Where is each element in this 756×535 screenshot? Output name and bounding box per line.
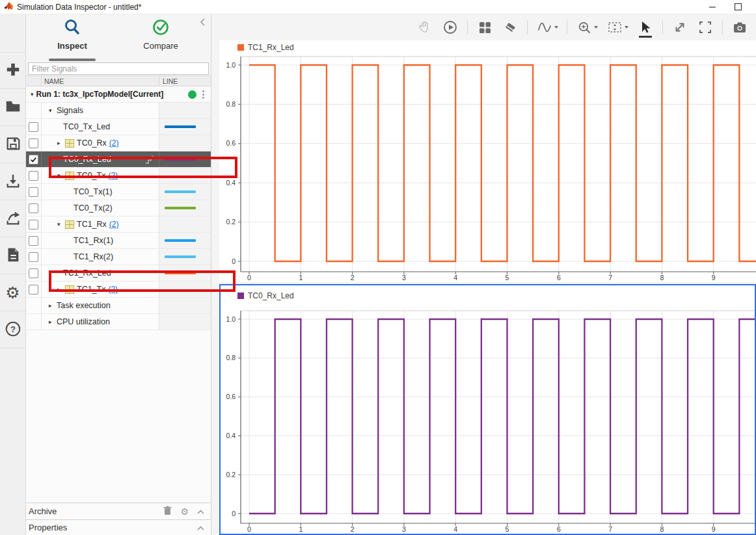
left-toolbar: ⚙ ?	[0, 14, 26, 535]
properties-section-header[interactable]: Properties	[26, 519, 211, 535]
tree-row[interactable]: ▸ Task execution	[26, 298, 211, 314]
import-button[interactable]	[0, 163, 25, 200]
help-button[interactable]: ?	[0, 311, 25, 348]
pointer-button[interactable]	[637, 19, 654, 36]
signal-checkbox[interactable]	[29, 187, 38, 197]
fit-to-view-button[interactable]	[606, 19, 628, 36]
report-button[interactable]	[0, 237, 25, 274]
expander-icon[interactable]: ▾	[57, 172, 65, 179]
archive-section-header[interactable]: Archive ⚙	[26, 502, 211, 519]
signal-checkbox[interactable]	[29, 155, 38, 164]
legend-label: TC1_Rx_Led	[248, 43, 294, 52]
open-button[interactable]	[0, 89, 25, 126]
replay-button[interactable]	[442, 19, 459, 36]
expander-icon[interactable]: ▾	[57, 221, 65, 228]
collapse-up-icon[interactable]	[197, 523, 204, 532]
window-title: Simulation Data Inspector - untitled*	[17, 3, 141, 12]
tree-row[interactable]: TC1_Rx(2)	[26, 249, 211, 265]
chevron-down-icon	[625, 26, 628, 29]
maximize-button[interactable]	[735, 3, 742, 10]
svg-text:6: 6	[557, 274, 561, 281]
subplot-1[interactable]: TC1_Rx_Led 00.20.40.60.81.00123456789	[219, 40, 756, 282]
filter-signals-input[interactable]	[28, 62, 209, 75]
signal-checkbox[interactable]	[29, 171, 38, 181]
mode-tabs: Inspect Compare	[26, 14, 211, 56]
svg-text:3: 3	[402, 274, 406, 281]
tree-row[interactable]: ▸ TC0_Rx (2)	[26, 135, 211, 151]
tree-row[interactable]: TC0_Tx(1)	[26, 184, 211, 200]
expand-diagonal-button[interactable]	[671, 19, 688, 36]
chevron-down-icon	[554, 26, 558, 29]
signal-label: CPU utilization	[57, 317, 110, 326]
expander-icon[interactable]: ▸	[57, 286, 65, 293]
add-button[interactable]	[0, 52, 25, 89]
tree-row[interactable]: TC0_Tx(2)	[26, 200, 211, 216]
check-circle-icon	[152, 18, 170, 38]
legend-swatch	[237, 44, 244, 51]
snapshot-camera-button[interactable]	[731, 19, 748, 36]
line-swatch	[165, 190, 196, 193]
signal-count-link[interactable]: (2)	[108, 285, 118, 294]
tab-compare-label: Compare	[143, 41, 178, 51]
tab-inspect[interactable]: Inspect	[30, 18, 115, 56]
settings-button[interactable]: ⚙	[0, 274, 25, 311]
signal-checkbox[interactable]	[29, 220, 38, 229]
export-icon	[5, 209, 21, 228]
tree-row[interactable]: ▸ TC1_Tx (2)	[26, 281, 211, 298]
expander-icon[interactable]: ▸	[49, 302, 57, 309]
signal-checkbox[interactable]	[29, 268, 38, 278]
line-swatch	[165, 207, 196, 209]
eraser-button[interactable]	[502, 19, 519, 36]
svg-text:0.4: 0.4	[226, 432, 236, 439]
signal-count-link[interactable]: (2)	[108, 171, 118, 180]
export-button[interactable]	[0, 200, 25, 237]
tree-row[interactable]: ▾ TC0_Tx (2)	[26, 168, 211, 184]
minimize-button[interactable]	[709, 3, 716, 10]
line-swatch	[165, 158, 196, 161]
matrix-signal-icon	[65, 220, 74, 229]
run-row[interactable]: ▾ Run 1: tc3x_IpcTopModel[Current]	[26, 86, 211, 103]
signal-checkbox[interactable]	[29, 122, 38, 132]
chevron-left-icon[interactable]	[200, 18, 206, 28]
signal-label: TC1_Rx(2)	[74, 252, 113, 261]
zoom-in-button[interactable]	[576, 19, 598, 36]
matrix-signal-icon	[65, 172, 74, 180]
gear-icon[interactable]: ⚙	[180, 507, 189, 516]
expander-icon[interactable]: ▾	[31, 91, 34, 98]
signal-wave-button[interactable]	[536, 19, 558, 36]
tree-row[interactable]: ▾ Signals	[26, 103, 211, 119]
tree-row[interactable]: ▾ TC1_Rx (2)	[26, 216, 211, 233]
tree-row[interactable]: TC0_Tx_Led	[26, 119, 211, 135]
save-button[interactable]	[0, 126, 25, 163]
tab-compare[interactable]: Compare	[118, 18, 203, 56]
signal-checkbox[interactable]	[29, 236, 38, 246]
subplot-layout-button[interactable]	[476, 19, 493, 36]
kebab-menu-icon[interactable]	[202, 90, 204, 99]
tree-row[interactable]: TC1_Rx(1)	[26, 233, 211, 249]
settings-gear-icon: ⚙	[5, 285, 20, 301]
signal-checkbox[interactable]	[29, 138, 38, 148]
column-name: NAME	[42, 76, 159, 86]
search-icon	[63, 18, 81, 38]
fullscreen-button[interactable]	[697, 19, 714, 36]
collapse-up-icon[interactable]	[197, 507, 204, 516]
trash-icon[interactable]	[163, 506, 172, 517]
expander-icon[interactable]: ▸	[57, 140, 65, 146]
subplot-2-selected[interactable]: TC0_Rx_Led 00.20.40.60.81.00123456789	[219, 284, 756, 535]
signal-count-link[interactable]: (2)	[109, 220, 119, 229]
expander-icon[interactable]: ▾	[49, 107, 57, 114]
matlab-logo-icon	[4, 2, 13, 12]
subplot-1-chart[interactable]: 00.20.40.60.81.00123456789	[219, 40, 756, 282]
signal-count-link[interactable]: (2)	[109, 138, 119, 148]
svg-text:0: 0	[232, 510, 236, 517]
expander-icon[interactable]: ▸	[49, 319, 57, 325]
signal-checkbox[interactable]	[29, 203, 38, 213]
signal-checkbox[interactable]	[29, 285, 38, 294]
subplot-2-chart[interactable]: 00.20.40.60.81.00123456789	[221, 285, 755, 534]
chevron-down-icon	[594, 26, 598, 29]
tree-row[interactable]: TC1_Rx_Led	[26, 265, 211, 281]
tree-row[interactable]: ▸ CPU utilization	[26, 314, 211, 330]
signal-label: TC0_Tx	[77, 171, 105, 180]
tree-row[interactable]: TC0_Rx_Led	[26, 151, 211, 168]
signal-checkbox[interactable]	[29, 252, 38, 262]
